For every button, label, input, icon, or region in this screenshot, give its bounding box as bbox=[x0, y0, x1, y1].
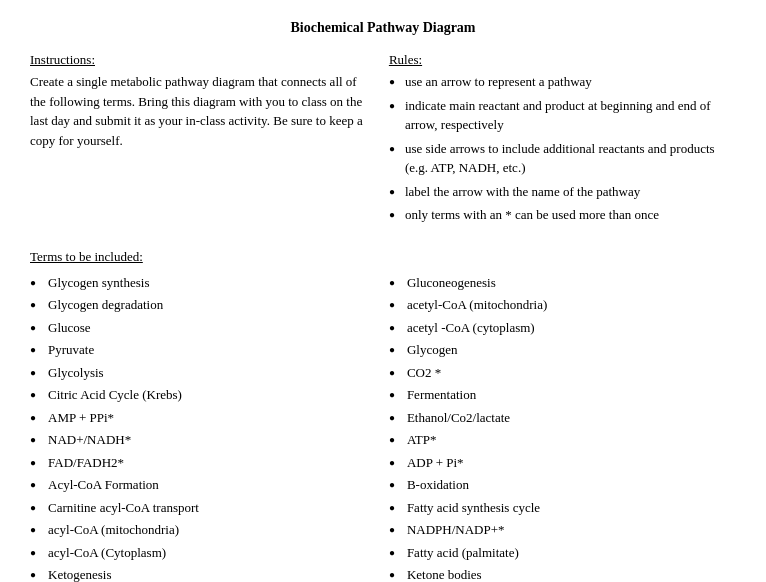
instructions-heading: Instructions: bbox=[30, 52, 369, 68]
term-item: Ethanol/Co2/lactate bbox=[389, 408, 728, 428]
term-item: ATP* bbox=[389, 430, 728, 450]
term-item: Acyl-CoA Formation bbox=[30, 475, 369, 495]
rule-item: use an arrow to represent a pathway bbox=[389, 72, 728, 92]
rules-heading: Rules: bbox=[389, 52, 728, 68]
instructions-text: Create a single metabolic pathway diagra… bbox=[30, 72, 369, 150]
term-item: B-oxidation bbox=[389, 475, 728, 495]
terms-right-list: Gluconeogenesisacetyl-CoA (mitochondria)… bbox=[389, 273, 728, 583]
term-item: Citric Acid Cycle (Krebs) bbox=[30, 385, 369, 405]
terms-left-list: Glycogen synthesisGlycogen degradationGl… bbox=[30, 273, 369, 583]
term-item: ADP + Pi* bbox=[389, 453, 728, 473]
term-item: Carnitine acyl-CoA transport bbox=[30, 498, 369, 518]
rule-item: use side arrows to include additional re… bbox=[389, 139, 728, 178]
term-item: Glycogen synthesis bbox=[30, 273, 369, 293]
term-item: NAD+/NADH* bbox=[30, 430, 369, 450]
term-item: acyl-CoA (mitochondria) bbox=[30, 520, 369, 540]
rule-item: label the arrow with the name of the pat… bbox=[389, 182, 728, 202]
term-item: acetyl -CoA (cytoplasm) bbox=[389, 318, 728, 338]
term-item: Glycolysis bbox=[30, 363, 369, 383]
term-item: Ketone bodies bbox=[389, 565, 728, 582]
terms-left-col: Glycogen synthesisGlycogen degradationGl… bbox=[30, 273, 369, 583]
terms-heading: Terms to be included: bbox=[30, 249, 736, 265]
terms-right-col: Gluconeogenesisacetyl-CoA (mitochondria)… bbox=[389, 273, 728, 583]
page-title: Biochemical Pathway Diagram bbox=[30, 20, 736, 36]
term-item: FAD/FADH2* bbox=[30, 453, 369, 473]
terms-section: Terms to be included: Glycogen synthesis… bbox=[30, 249, 736, 583]
term-item: acyl-CoA (Cytoplasm) bbox=[30, 543, 369, 563]
rules-section: Rules: use an arrow to represent a pathw… bbox=[389, 52, 728, 229]
rules-list: use an arrow to represent a pathwayindic… bbox=[389, 72, 728, 225]
term-item: Fermentation bbox=[389, 385, 728, 405]
term-item: Ketogenesis bbox=[30, 565, 369, 582]
term-item: Gluconeogenesis bbox=[389, 273, 728, 293]
terms-grid: Glycogen synthesisGlycogen degradationGl… bbox=[30, 273, 736, 583]
term-item: Fatty acid (palmitate) bbox=[389, 543, 728, 563]
term-item: Glucose bbox=[30, 318, 369, 338]
term-item: Fatty acid synthesis cycle bbox=[389, 498, 728, 518]
term-item: Glycogen bbox=[389, 340, 728, 360]
rule-item: only terms with an * can be used more th… bbox=[389, 205, 728, 225]
term-item: CO2 * bbox=[389, 363, 728, 383]
rule-item: indicate main reactant and product at be… bbox=[389, 96, 728, 135]
term-item: Pyruvate bbox=[30, 340, 369, 360]
term-item: Glycogen degradation bbox=[30, 295, 369, 315]
term-item: acetyl-CoA (mitochondria) bbox=[389, 295, 728, 315]
term-item: NADPH/NADP+* bbox=[389, 520, 728, 540]
instructions-section: Instructions: Create a single metabolic … bbox=[30, 52, 369, 229]
term-item: AMP + PPi* bbox=[30, 408, 369, 428]
